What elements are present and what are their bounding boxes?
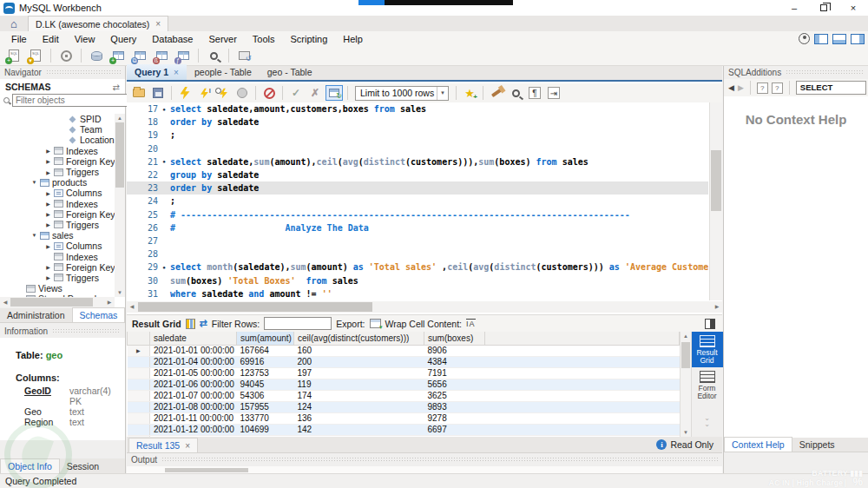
close-button[interactable]: × bbox=[838, 0, 868, 16]
tree-item-triggers[interactable]: ▶Triggers bbox=[0, 167, 115, 177]
scrollbar-thumb[interactable] bbox=[115, 122, 124, 188]
tree-expand-icon[interactable]: ▶ bbox=[45, 169, 51, 175]
commit-icon[interactable]: ✓ bbox=[287, 85, 305, 101]
scroll-down-icon[interactable]: ▼ bbox=[115, 288, 125, 297]
forward-icon[interactable]: ▶ bbox=[738, 83, 744, 92]
result-cell[interactable]: 7191 bbox=[424, 367, 485, 379]
tree-item-location[interactable]: Location bbox=[0, 135, 115, 145]
editor-tab-query-1[interactable]: Query 1× bbox=[127, 64, 187, 80]
tree-horizontal-scrollbar[interactable]: ◀ ▶ bbox=[0, 297, 115, 307]
tree-expand-icon[interactable]: ▶ bbox=[45, 148, 51, 154]
restore-button[interactable] bbox=[809, 0, 838, 16]
beautify-query-icon[interactable] bbox=[488, 85, 505, 101]
result-cell[interactable]: 197 bbox=[294, 367, 424, 379]
result-cell[interactable]: 2021-01-12 00:00:00 bbox=[150, 424, 237, 435]
result-cell[interactable]: 54306 bbox=[237, 390, 294, 401]
menu-tools[interactable]: Tools bbox=[245, 33, 283, 45]
result-cell[interactable]: 142 bbox=[294, 424, 424, 435]
tree-item-foreign-keys[interactable]: ▶Foreign Keys bbox=[0, 156, 115, 167]
row-selector[interactable] bbox=[128, 412, 150, 424]
result-cell[interactable]: 123753 bbox=[237, 367, 294, 379]
result-cell[interactable]: 69916 bbox=[237, 356, 294, 367]
result-row[interactable]: ▶2021-01-01 00:00:001676641608906 bbox=[128, 345, 680, 356]
result-cell[interactable]: 174 bbox=[294, 390, 424, 401]
wrap-cell-content-icon[interactable]: IA bbox=[466, 319, 476, 328]
row-selector-header[interactable] bbox=[128, 332, 150, 345]
back-icon[interactable]: ◀ bbox=[728, 83, 734, 92]
menu-server[interactable]: Server bbox=[201, 33, 244, 45]
stop-on-error-toggle-icon[interactable] bbox=[260, 85, 278, 101]
toggle-secondary-sidebar-icon[interactable] bbox=[851, 34, 865, 44]
toggle-preview-panel-icon[interactable] bbox=[705, 319, 715, 329]
result-cell[interactable]: 136 bbox=[294, 412, 424, 424]
result-cell[interactable]: 2021-01-04 00:00:00 bbox=[150, 356, 237, 367]
result-cell[interactable]: 160 bbox=[294, 345, 424, 356]
open-file-icon[interactable] bbox=[130, 85, 148, 101]
tree-item-team[interactable]: Team bbox=[0, 124, 115, 135]
new-query-tab-icon[interactable]: + bbox=[4, 48, 23, 64]
result-cell[interactable]: 6697 bbox=[424, 424, 485, 435]
result-cell[interactable]: 133770 bbox=[237, 412, 294, 424]
tree-item-indexes[interactable]: ▶Indexes bbox=[0, 199, 115, 209]
tree-expand-icon[interactable]: ▶ bbox=[45, 221, 51, 228]
tab-administration[interactable]: Administration bbox=[0, 308, 72, 322]
scroll-up-icon[interactable]: ▲ bbox=[681, 332, 691, 340]
scroll-up-icon[interactable]: ▲ bbox=[115, 114, 125, 122]
tree-item-views[interactable]: Views bbox=[0, 283, 115, 293]
tree-item-foreign-keys[interactable]: ▶Foreign Keys bbox=[0, 262, 115, 273]
row-selector[interactable] bbox=[128, 379, 150, 390]
wrap-text-toggle-icon[interactable]: ⇥ bbox=[545, 85, 562, 101]
connection-tab-close-icon[interactable]: × bbox=[155, 19, 161, 29]
collapse-chevrons-icon[interactable]: ⌄ ⌄ bbox=[704, 415, 710, 427]
menu-view[interactable]: View bbox=[67, 33, 103, 45]
create-procedure-icon[interactable]: ß bbox=[152, 48, 171, 64]
scroll-right-icon[interactable]: ▶ bbox=[104, 297, 115, 307]
explain-statement-icon[interactable] bbox=[214, 85, 232, 101]
result-cell[interactable]: 8906 bbox=[424, 345, 485, 356]
result-cell[interactable]: 124 bbox=[294, 401, 424, 412]
result-cell[interactable]: 9893 bbox=[424, 401, 485, 412]
account-icon[interactable] bbox=[799, 33, 810, 44]
menu-edit[interactable]: Edit bbox=[35, 33, 67, 45]
tree-item-triggers[interactable]: ▶Triggers bbox=[0, 220, 115, 230]
result-tab[interactable]: Result 135 × bbox=[128, 438, 198, 452]
result-cell[interactable]: 94045 bbox=[237, 379, 294, 390]
view-button-form-editor[interactable]: Form Editor bbox=[692, 367, 723, 403]
connection-tab[interactable]: D.LK (awesome chocolates) × bbox=[28, 16, 168, 31]
scroll-left-icon[interactable]: ◀ bbox=[0, 297, 10, 307]
result-cell[interactable]: 2021-01-07 00:00:00 bbox=[150, 390, 237, 401]
column-header-sum-amount[interactable]: sum(amount) bbox=[237, 332, 294, 345]
reconnect-dbms-icon[interactable] bbox=[234, 48, 253, 64]
row-selector[interactable] bbox=[128, 356, 150, 367]
result-cell[interactable]: 5656 bbox=[424, 379, 485, 390]
result-cell[interactable]: 2021-01-08 00:00:00 bbox=[150, 401, 237, 412]
row-selector[interactable] bbox=[128, 401, 150, 412]
row-selector[interactable]: ▶ bbox=[128, 345, 150, 356]
grid-view-icon[interactable] bbox=[186, 319, 195, 329]
tree-item-spid[interactable]: SPID bbox=[0, 114, 115, 124]
menu-query[interactable]: Query bbox=[102, 33, 144, 45]
scrollbar-thumb[interactable] bbox=[138, 302, 372, 312]
editor-horizontal-scrollbar[interactable]: ◀ ▶ bbox=[127, 301, 722, 313]
result-cell[interactable]: 2021-01-11 00:00:00 bbox=[150, 412, 237, 424]
tree-expand-icon[interactable]: ▶ bbox=[45, 190, 51, 196]
find-icon[interactable] bbox=[507, 85, 524, 101]
editor-vertical-scrollbar[interactable] bbox=[709, 102, 722, 300]
autocommit-toggle-icon[interactable] bbox=[326, 85, 343, 101]
tab-object-info[interactable]: Object Info bbox=[0, 458, 60, 473]
help-topic-combo[interactable]: SELECT bbox=[796, 81, 866, 95]
result-tab-close-icon[interactable]: × bbox=[185, 441, 190, 451]
refresh-schemas-icon[interactable]: ⇄ bbox=[113, 82, 120, 92]
result-cell[interactable]: 3625 bbox=[424, 390, 485, 401]
tree-expand-icon[interactable]: ▼ bbox=[31, 233, 37, 238]
result-cell[interactable]: 2021-01-01 00:00:00 bbox=[150, 345, 237, 356]
toggle-sidebar-icon[interactable] bbox=[814, 34, 828, 44]
filter-rows-input[interactable] bbox=[264, 317, 332, 330]
tab-snippets[interactable]: Snippets bbox=[792, 438, 842, 452]
tree-item-foreign-keys[interactable]: ▶Foreign Keys bbox=[0, 209, 115, 220]
editor-tab-people-table[interactable]: people - Table bbox=[187, 64, 260, 80]
sql-editor[interactable]: 17●select saledate,amount,customers,boxe… bbox=[127, 102, 708, 300]
context-help-lookup-icon[interactable]: ? bbox=[757, 82, 768, 94]
result-cell[interactable]: 2021-01-05 00:00:00 bbox=[150, 367, 237, 379]
tree-expand-icon[interactable]: ▶ bbox=[45, 201, 51, 207]
